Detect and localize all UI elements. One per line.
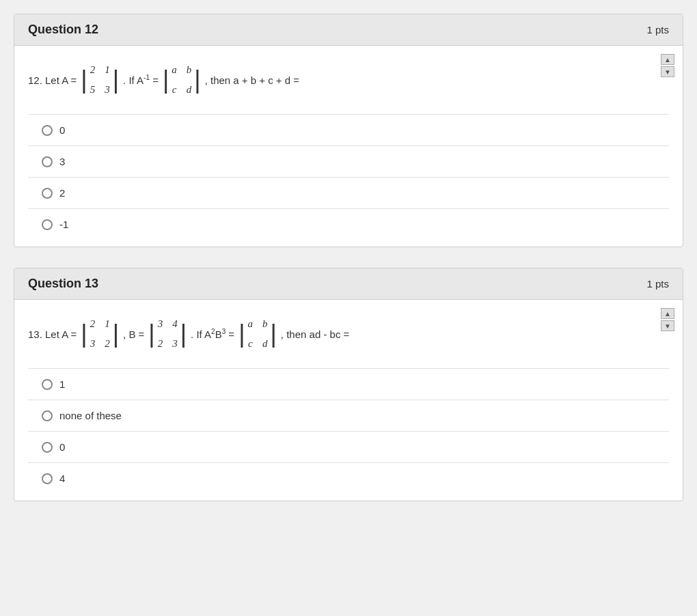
q13-exp-b-sup: 3 [222, 328, 226, 335]
q13-mb-r1c2: 4 [172, 315, 178, 333]
q12-mb-r2c1: c [172, 81, 177, 99]
q12-radio-3[interactable] [42, 188, 53, 199]
q12-label-1: 0 [59, 124, 65, 136]
q12-label-2: 3 [59, 156, 65, 167]
q13-radio-1[interactable] [42, 379, 53, 390]
q13-radio-3[interactable] [42, 442, 53, 453]
q12-radio-4[interactable] [42, 219, 53, 230]
q13-ma-r2c2: 2 [105, 335, 110, 353]
q13-matrix-c-grid: a b c d [245, 313, 271, 354]
q12-matrix-a: | 2 1 5 3 | [81, 59, 119, 100]
question-13-header: Question 13 1 pts [14, 268, 683, 300]
q12-radio-1[interactable] [42, 125, 53, 136]
question-12-card: Question 12 1 pts ▲ ▼ 12. Let A = | 2 1 … [14, 14, 683, 247]
question-13-options: 1 none of these 0 4 [28, 368, 669, 494]
scroll-down-button-12[interactable]: ▼ [661, 66, 674, 77]
q12-radio-2[interactable] [42, 156, 53, 167]
question-13-pts: 1 pts [646, 278, 669, 290]
scroll-down-button-13[interactable]: ▼ [661, 320, 674, 331]
q13-label-4: 4 [59, 473, 65, 484]
q13-mc-r2c2: d [262, 335, 268, 353]
scroll-up-button-12[interactable]: ▲ [661, 54, 674, 65]
q12-mb-r2c2: d [187, 81, 192, 99]
q13-option-3[interactable]: 0 [28, 431, 669, 462]
q13-matrix-c: | a b c d | [238, 313, 277, 354]
q13-matrix-b-bracket-left: | [148, 322, 154, 346]
q13-mc-r1c1: a [248, 315, 254, 333]
q13-ma-r1c2: 1 [105, 315, 110, 333]
q13-mb-r2c2: 3 [172, 335, 178, 353]
q12-matrix-b-grid: a b c d [169, 59, 194, 100]
q13-matrix-b-bracket-right: | [180, 322, 187, 346]
q12-end: , then a + b + c + d = [205, 71, 299, 89]
question-13-card: Question 13 1 pts ▲ ▼ 13. Let A = | 2 1 … [14, 268, 683, 501]
q13-matrix-b-grid: 3 4 2 3 [155, 313, 180, 354]
q12-inverse-sup: -1 [144, 74, 150, 81]
question-12-scroll: ▲ ▼ [661, 54, 674, 77]
q12-mb-r1c1: a [172, 61, 177, 79]
q12-prefix: 12. Let A = [28, 71, 77, 89]
question-13-text: 13. Let A = | 2 1 3 2 | , B = | 3 4 [28, 313, 669, 354]
q13-ma-r2c1: 3 [90, 335, 96, 353]
q13-label-2: none of these [59, 410, 122, 421]
q13-radio-2[interactable] [42, 410, 53, 421]
q13-mb-r1c1: 3 [158, 315, 163, 333]
question-13-body: ▲ ▼ 13. Let A = | 2 1 3 2 | , B = | [14, 300, 683, 501]
q12-label-3: 2 [59, 187, 65, 199]
q12-ma-r2c2: 3 [105, 81, 110, 99]
q13-matrix-a: | 2 1 3 2 | [81, 313, 119, 354]
q12-option-1[interactable]: 0 [28, 114, 669, 145]
q12-middle: . If A-1 = [123, 71, 159, 89]
q13-end: , then ad - bc = [281, 325, 349, 344]
q13-label-3: 0 [59, 441, 65, 453]
q13-matrix-a-bracket-left: | [81, 322, 87, 346]
q12-ma-r1c1: 2 [90, 61, 96, 79]
question-12-text: 12. Let A = | 2 1 5 3 | . If A-1 = | a b [28, 59, 669, 100]
q12-option-4[interactable]: -1 [28, 208, 669, 240]
scroll-up-button-13[interactable]: ▲ [661, 308, 674, 319]
q12-mb-r1c2: b [187, 61, 192, 79]
q12-matrix-a-grid: 2 1 5 3 [87, 59, 113, 100]
q12-matrix-b-bracket-right: | [194, 68, 200, 92]
q12-matrix-a-bracket-left: | [81, 68, 87, 92]
q13-middle: . If A2B3 = [191, 325, 234, 344]
q13-matrix-a-bracket-right: | [113, 322, 119, 346]
q12-option-3[interactable]: 2 [28, 177, 669, 208]
q13-matrix-c-bracket-right: | [271, 322, 277, 346]
question-12-title: Question 12 [28, 23, 98, 37]
q13-option-4[interactable]: 4 [28, 462, 669, 494]
question-12-body: ▲ ▼ 12. Let A = | 2 1 5 3 | . If A-1 = | [14, 46, 683, 247]
q12-label-4: -1 [59, 219, 68, 230]
q12-ma-r1c2: 1 [105, 61, 110, 79]
q12-matrix-b: | a b c d | [163, 59, 201, 100]
q13-mb-r2c1: 2 [158, 335, 163, 353]
q13-matrix-a-grid: 2 1 3 2 [87, 313, 113, 354]
q13-radio-4[interactable] [42, 473, 53, 484]
question-12-pts: 1 pts [646, 24, 669, 36]
q12-ma-r2c1: 5 [90, 81, 96, 99]
q12-option-2[interactable]: 3 [28, 145, 669, 177]
q13-comma: , B = [123, 325, 144, 344]
question-13-scroll: ▲ ▼ [661, 308, 674, 331]
q13-matrix-b: | 3 4 2 3 | [148, 313, 187, 354]
q13-option-2[interactable]: none of these [28, 400, 669, 431]
question-12-header: Question 12 1 pts [14, 14, 683, 46]
q13-prefix: 13. Let A = [28, 325, 77, 344]
q13-mc-r1c2: b [262, 315, 268, 333]
q13-ma-r1c1: 2 [90, 315, 96, 333]
q13-mc-r2c1: c [248, 335, 254, 353]
question-12-options: 0 3 2 -1 [28, 114, 669, 240]
q13-exp-a-sup: 2 [211, 328, 215, 335]
q13-matrix-c-bracket-left: | [238, 322, 245, 346]
q12-matrix-a-bracket-right: | [113, 68, 119, 92]
question-13-title: Question 13 [28, 277, 98, 291]
q13-option-1[interactable]: 1 [28, 368, 669, 400]
q13-label-1: 1 [59, 378, 65, 390]
q12-matrix-b-bracket-left: | [163, 68, 169, 92]
